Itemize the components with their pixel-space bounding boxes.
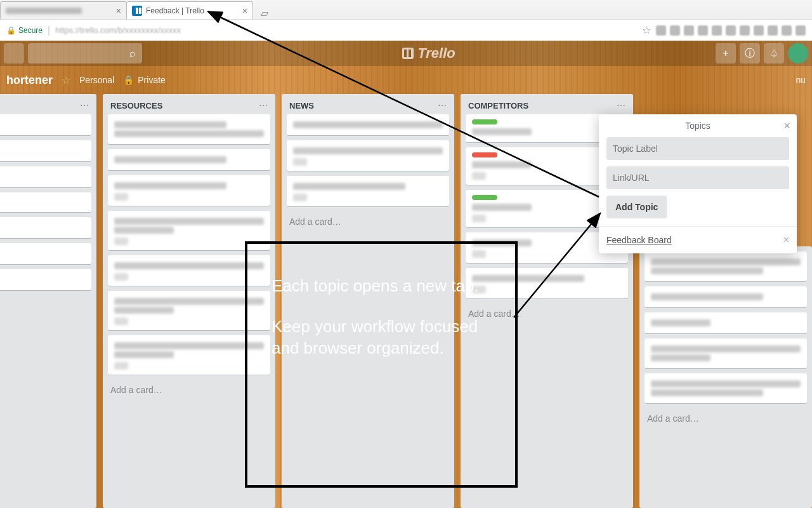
url-text[interactable]: https://trello.com/b/xxxxxxxx/xxxxx <box>55 25 637 35</box>
remove-icon[interactable]: × <box>783 234 789 246</box>
annotation-text-1: Each topic opens a new tab. <box>272 276 491 297</box>
add-topic-button[interactable]: Add Topic <box>606 196 667 218</box>
bookmark-star-icon[interactable]: ☆ <box>642 24 651 36</box>
list-card[interactable] <box>0 269 91 290</box>
list-title[interactable]: COMPETITORS <box>468 101 617 110</box>
tab-title-blurred <box>6 8 82 14</box>
info-button[interactable]: ⓘ <box>740 43 760 64</box>
feedback-board-link[interactable]: Feedback Board <box>606 235 672 245</box>
list-menu-icon[interactable]: ⋯ <box>617 100 625 110</box>
star-icon[interactable]: ☆ <box>62 74 70 86</box>
list-card[interactable] <box>0 166 91 187</box>
list-menu-icon[interactable]: ⋯ <box>80 100 89 110</box>
list-card[interactable] <box>108 114 270 144</box>
list-card[interactable] <box>0 114 91 135</box>
link-url-input[interactable] <box>606 166 789 189</box>
list-card[interactable] <box>0 243 91 264</box>
list-title[interactable]: RESOURCES <box>110 101 259 110</box>
close-icon[interactable]: × <box>116 6 121 16</box>
secure-label: Secure <box>18 26 43 35</box>
add-card-button[interactable]: Add a card… <box>282 211 454 234</box>
board-visibility-personal[interactable]: Personal <box>79 75 114 85</box>
trello-top-bar: ⌕ Trello + ⓘ ♤ <box>0 41 812 66</box>
browser-tab-0[interactable]: × <box>0 1 127 19</box>
popover-footer: Feedback Board × <box>599 226 797 253</box>
board-title[interactable]: hortener <box>6 74 53 87</box>
boards-button[interactable] <box>4 43 24 64</box>
list-title[interactable]: NEWS <box>289 101 438 110</box>
list-card[interactable] <box>645 373 807 403</box>
lock-icon: 🔒 <box>123 75 134 85</box>
tab-title: Feedback | Trello <box>146 6 204 15</box>
trello-logo-icon <box>402 48 414 59</box>
trello-logo[interactable]: Trello <box>142 45 716 62</box>
list-card[interactable] <box>287 140 449 171</box>
list-menu-icon[interactable]: ⋯ <box>438 100 447 110</box>
board-list: ⋯ nfluence <box>0 94 96 508</box>
list-card[interactable]: nfluence <box>0 192 91 212</box>
trello-favicon <box>132 6 142 16</box>
list-card[interactable] <box>0 217 91 238</box>
list-card[interactable] <box>108 175 270 206</box>
list-card[interactable] <box>645 338 807 368</box>
popover-header: Topics × <box>599 114 797 137</box>
show-menu-link[interactable]: nu <box>796 75 806 85</box>
board-visibility-private[interactable]: 🔒 Private <box>123 75 166 85</box>
list-card[interactable] <box>645 251 807 281</box>
private-label: Private <box>138 75 166 85</box>
trello-logo-text: Trello <box>417 45 455 62</box>
address-bar: 🔒 Secure | https://trello.com/b/xxxxxxxx… <box>0 19 812 41</box>
annotation-text-2: Keep your workflow focused and browser o… <box>272 316 491 359</box>
list-menu-icon[interactable]: ⋯ <box>259 100 268 110</box>
list-card[interactable] <box>287 114 449 135</box>
close-icon[interactable]: × <box>242 6 247 16</box>
extension-icons <box>656 25 806 36</box>
add-card-button[interactable]: Add a card… <box>639 408 812 431</box>
close-icon[interactable]: × <box>783 119 790 133</box>
search-icon: ⌕ <box>129 48 136 59</box>
browser-tab-1[interactable]: Feedback | Trello × <box>126 1 253 19</box>
list-card[interactable] <box>287 176 449 206</box>
browser-chrome: × Feedback | Trello × ▱ 🔒 Secure | https… <box>0 0 812 41</box>
search-input[interactable]: ⌕ <box>28 43 142 64</box>
bell-icon: ♤ <box>769 48 778 60</box>
topics-popover: Topics × Add Topic Feedback Board × <box>599 114 797 253</box>
create-button[interactable]: + <box>716 43 736 64</box>
topic-label-input[interactable] <box>606 137 789 160</box>
tab-strip: × Feedback | Trello × ▱ <box>0 0 812 19</box>
new-tab-button[interactable]: ▱ <box>256 6 273 19</box>
list-cards: nfluence <box>0 114 96 295</box>
secure-badge: 🔒 Secure <box>6 26 43 35</box>
board-list: Add a card… <box>639 246 812 508</box>
lock-icon: 🔒 <box>6 26 16 35</box>
list-card[interactable] <box>0 140 91 161</box>
list-cards <box>639 246 812 408</box>
notifications-button[interactable]: ♤ <box>764 43 784 64</box>
list-card[interactable] <box>645 312 807 333</box>
user-avatar[interactable] <box>788 43 808 64</box>
popover-title: Topics <box>685 121 710 131</box>
list-cards <box>282 114 454 211</box>
list-card[interactable] <box>108 149 270 170</box>
board-header: hortener ☆ Personal 🔒 Private nu <box>0 66 812 94</box>
popover-body: Add Topic <box>599 137 797 226</box>
annotation-overlay: Each topic opens a new tab. Keep your wo… <box>245 241 518 488</box>
list-card[interactable] <box>645 286 807 307</box>
